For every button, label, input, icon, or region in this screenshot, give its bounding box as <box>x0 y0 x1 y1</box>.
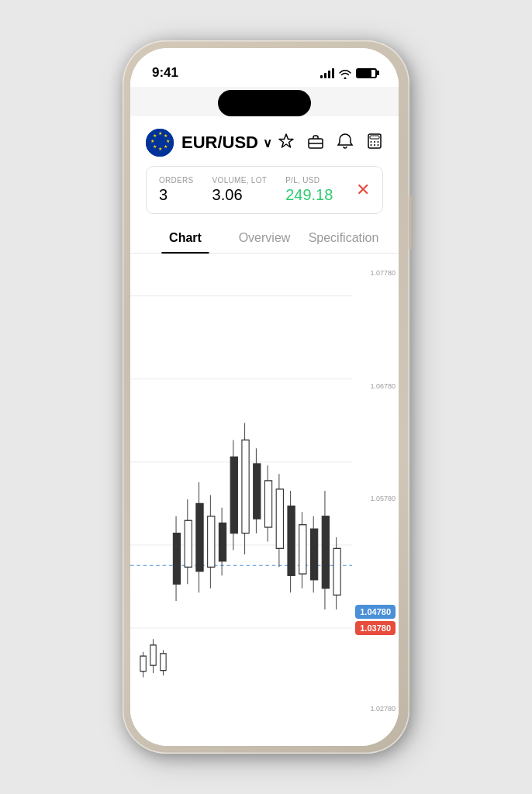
wifi-icon <box>339 68 351 78</box>
svg-rect-26 <box>140 656 146 671</box>
svg-text:★: ★ <box>164 133 168 138</box>
bell-icon[interactable] <box>337 133 354 154</box>
orders-stat: ORDERS 3 <box>159 176 194 204</box>
side-button[interactable] <box>409 195 413 250</box>
volume-value: 3.06 <box>212 186 268 204</box>
svg-rect-30 <box>161 654 166 671</box>
orders-label: ORDERS <box>159 176 194 185</box>
svg-text:★: ★ <box>150 139 154 143</box>
bid-price-label: 1.04780 <box>355 605 396 619</box>
stats-items: ORDERS 3 VOLUME, LOT 3.06 P/L, USD 249.1… <box>159 176 333 204</box>
svg-point-15 <box>378 141 379 143</box>
svg-text:★: ★ <box>158 147 162 151</box>
calculator-icon[interactable] <box>366 133 383 154</box>
svg-rect-44 <box>242 440 249 533</box>
close-button[interactable]: ✕ <box>356 180 370 200</box>
price-label-1: 1.07780 <box>355 269 396 277</box>
phone-frame: 9:41 <box>123 40 409 754</box>
svg-rect-52 <box>288 506 295 576</box>
svg-text:★: ★ <box>166 139 170 143</box>
header-actions <box>278 133 383 154</box>
svg-rect-60 <box>333 548 340 595</box>
svg-rect-42 <box>230 457 237 533</box>
volume-label: VOLUME, LOT <box>212 176 268 185</box>
signal-icon <box>320 67 334 78</box>
svg-rect-46 <box>254 464 261 519</box>
star-icon[interactable] <box>278 133 295 154</box>
battery-icon <box>356 68 377 78</box>
svg-text:★: ★ <box>164 144 168 149</box>
svg-rect-56 <box>310 529 317 580</box>
svg-rect-38 <box>208 516 215 568</box>
svg-point-17 <box>374 144 375 146</box>
svg-text:★: ★ <box>158 131 162 136</box>
svg-point-18 <box>378 144 379 146</box>
tab-bar: Chart Overview Specification <box>130 223 399 254</box>
price-labels: 1.07780 1.06780 1.05780 <box>352 254 399 728</box>
chevron-down-icon: ∨ <box>263 136 272 150</box>
dynamic-island <box>218 90 311 116</box>
pl-label: P/L, USD <box>285 176 333 185</box>
pl-stat: P/L, USD 249.18 <box>285 176 333 204</box>
svg-point-16 <box>371 144 372 146</box>
svg-rect-12 <box>370 136 379 139</box>
svg-rect-54 <box>299 525 306 574</box>
pl-value: 249.18 <box>285 186 333 204</box>
status-icons <box>320 67 377 78</box>
screen-content: ★ ★ ★ ★ ★ ★ ★ ★ EUR/USD <box>130 116 399 746</box>
svg-rect-50 <box>276 489 283 549</box>
phone-screen: 9:41 <box>130 48 399 746</box>
briefcase-icon[interactable] <box>307 133 324 154</box>
status-bar: 9:41 <box>130 48 399 87</box>
bottom-price-label: 1.02780 <box>370 705 396 713</box>
svg-point-14 <box>374 141 375 143</box>
flag-icon: ★ ★ ★ ★ ★ ★ ★ ★ <box>146 129 174 157</box>
tab-specification[interactable]: Specification <box>304 223 383 253</box>
currency-selector[interactable]: ★ ★ ★ ★ ★ ★ ★ ★ EUR/USD <box>146 129 272 157</box>
chart-area: 1.07780 1.06780 1.05780 1.04780 1.03780 … <box>130 254 399 728</box>
svg-text:★: ★ <box>153 133 157 138</box>
price-label-2: 1.06780 <box>355 382 396 390</box>
svg-rect-48 <box>264 481 271 527</box>
stats-row: ORDERS 3 VOLUME, LOT 3.06 P/L, USD 249.1… <box>146 166 383 214</box>
svg-text:★: ★ <box>153 144 157 149</box>
svg-rect-58 <box>322 516 329 589</box>
svg-rect-32 <box>173 533 180 585</box>
svg-rect-40 <box>219 523 226 561</box>
svg-rect-28 <box>150 645 156 665</box>
svg-rect-36 <box>196 503 203 571</box>
tab-chart[interactable]: Chart <box>146 223 225 253</box>
app-header: ★ ★ ★ ★ ★ ★ ★ ★ EUR/USD <box>130 116 399 166</box>
status-time: 9:41 <box>152 65 178 81</box>
ask-price-label: 1.03780 <box>355 621 396 635</box>
tab-overview[interactable]: Overview <box>225 223 304 253</box>
svg-point-13 <box>371 141 372 143</box>
bid-ask-labels: 1.04780 1.03780 <box>355 605 396 635</box>
currency-pair-title[interactable]: EUR/USD ∨ <box>181 133 272 153</box>
candlestick-chart[interactable] <box>130 254 352 728</box>
volume-stat: VOLUME, LOT 3.06 <box>212 176 268 204</box>
svg-rect-34 <box>185 520 192 567</box>
orders-value: 3 <box>159 186 194 204</box>
price-label-3: 1.05780 <box>355 495 396 502</box>
